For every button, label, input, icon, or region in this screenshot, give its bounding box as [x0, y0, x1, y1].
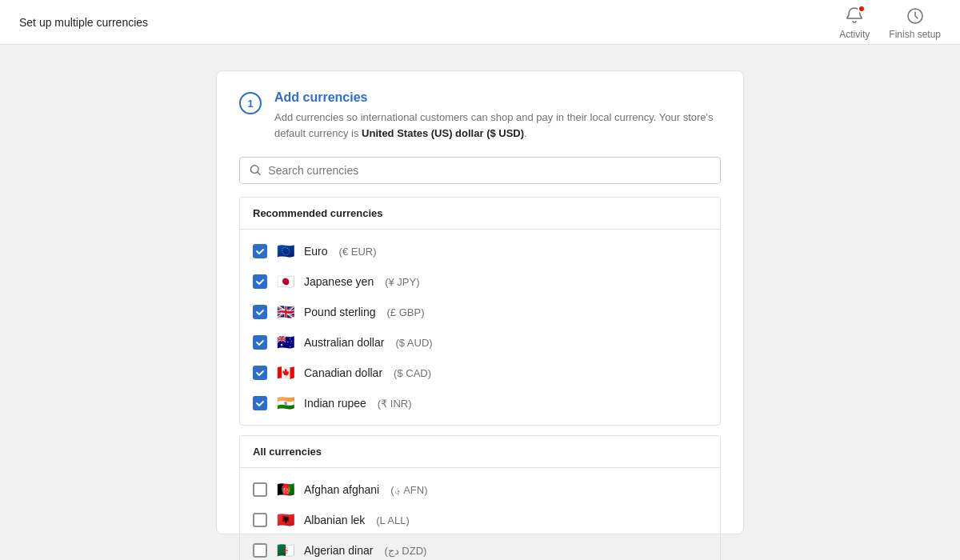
- currency-code: ($ AUD): [395, 337, 432, 349]
- currency-code: ($ CAD): [394, 367, 431, 379]
- card-description: Add currencies so international customer…: [274, 110, 721, 141]
- flag-icon: 🇦🇫: [277, 481, 294, 498]
- recommended-label: Recommended currencies: [240, 198, 720, 230]
- currency-code: (L ALL): [376, 514, 409, 526]
- currency-name: Japanese yen: [304, 275, 374, 288]
- currency-name: Algerian dinar: [304, 544, 373, 557]
- flag-icon: 🇮🇳: [277, 394, 294, 412]
- activity-label: Activity: [839, 29, 870, 40]
- card-header: 1 Add currencies Add currencies so inter…: [239, 90, 721, 141]
- card: 1 Add currencies Add currencies so inter…: [216, 70, 744, 534]
- card-header-text: Add currencies Add currencies so interna…: [274, 90, 721, 141]
- search-icon: [250, 164, 262, 177]
- flag-icon: 🇪🇺: [277, 242, 294, 260]
- checkbox[interactable]: [253, 396, 267, 410]
- activity-badge: [858, 5, 866, 13]
- checkbox[interactable]: [253, 482, 267, 497]
- description-end: .: [524, 127, 527, 139]
- topbar: Set up multiple currencies Activity Fini…: [0, 0, 960, 45]
- currency-code: (؋ AFN): [390, 484, 427, 496]
- currency-code: (¥ JPY): [385, 276, 419, 288]
- all-currency-list: 🇦🇫 Afghan afghani (؋ AFN) 🇦🇱 Albanian le…: [240, 468, 720, 560]
- search-container[interactable]: [239, 157, 721, 184]
- finish-setup-label: Finish setup: [889, 29, 941, 40]
- flag-icon: 🇦🇱: [277, 511, 294, 529]
- list-item[interactable]: 🇦🇫 Afghan afghani (؋ AFN): [240, 474, 720, 505]
- flag-icon: 🇬🇧: [277, 303, 294, 321]
- checkbox[interactable]: [253, 274, 267, 289]
- card-heading: Add currencies: [274, 90, 721, 105]
- currency-name: Indian rupee: [304, 397, 366, 410]
- recommended-currency-list: 🇪🇺 Euro (€ EUR) 🇯🇵 Japanese yen (¥ JPY) …: [240, 230, 720, 425]
- list-item[interactable]: 🇦🇺 Australian dollar ($ AUD): [240, 327, 720, 358]
- recommended-section: Recommended currencies 🇪🇺 Euro (€ EUR) 🇯…: [239, 197, 721, 426]
- list-item[interactable]: 🇯🇵 Japanese yen (¥ JPY): [240, 266, 720, 297]
- currency-name: Euro: [304, 245, 328, 258]
- currency-code: (€ EUR): [339, 246, 377, 258]
- flag-icon: 🇦🇺: [277, 334, 294, 351]
- flag-icon: 🇯🇵: [277, 273, 294, 290]
- topbar-actions: Activity Finish setup: [839, 5, 941, 40]
- checkbox[interactable]: [253, 244, 267, 258]
- list-item[interactable]: 🇮🇳 Indian rupee (₹ INR): [240, 388, 720, 418]
- description-bold: United States (US) dollar ($ USD): [362, 127, 524, 139]
- main-content: 1 Add currencies Add currencies so inter…: [0, 45, 960, 560]
- list-item[interactable]: 🇩🇿 Algerian dinar (دج DZD): [240, 535, 720, 560]
- list-item[interactable]: 🇦🇱 Albanian lek (L ALL): [240, 505, 720, 535]
- checkbox[interactable]: [253, 305, 267, 319]
- checkbox[interactable]: [253, 335, 267, 350]
- currency-code: (₹ INR): [378, 398, 412, 410]
- currency-name: Albanian lek: [304, 514, 365, 526]
- currency-name: Australian dollar: [304, 336, 384, 349]
- currency-name: Canadian dollar: [304, 366, 382, 379]
- list-item[interactable]: 🇬🇧 Pound sterling (£ GBP): [240, 297, 720, 327]
- activity-icon-container: [843, 5, 866, 27]
- list-item[interactable]: 🇪🇺 Euro (€ EUR): [240, 236, 720, 266]
- search-input[interactable]: [268, 164, 710, 177]
- currency-code: (دج DZD): [384, 545, 426, 557]
- step-badge: 1: [239, 92, 262, 114]
- flag-icon: 🇩🇿: [277, 542, 294, 559]
- finish-setup-button[interactable]: Finish setup: [889, 5, 941, 40]
- flag-icon: 🇨🇦: [277, 364, 294, 382]
- all-label: All currencies: [240, 436, 720, 468]
- currency-name: Afghan afghani: [304, 483, 379, 496]
- checkbox[interactable]: [253, 366, 267, 380]
- all-section: All currencies 🇦🇫 Afghan afghani (؋ AFN)…: [239, 435, 721, 560]
- currency-name: Pound sterling: [304, 306, 376, 318]
- checkbox[interactable]: [253, 513, 267, 527]
- list-item[interactable]: 🇨🇦 Canadian dollar ($ CAD): [240, 358, 720, 388]
- page-title: Set up multiple currencies: [19, 16, 148, 29]
- activity-button[interactable]: Activity: [839, 5, 870, 40]
- finish-setup-icon-container: [904, 5, 926, 27]
- checkbox[interactable]: [253, 543, 267, 558]
- currency-code: (£ GBP): [387, 306, 425, 318]
- clock-icon: [906, 6, 925, 26]
